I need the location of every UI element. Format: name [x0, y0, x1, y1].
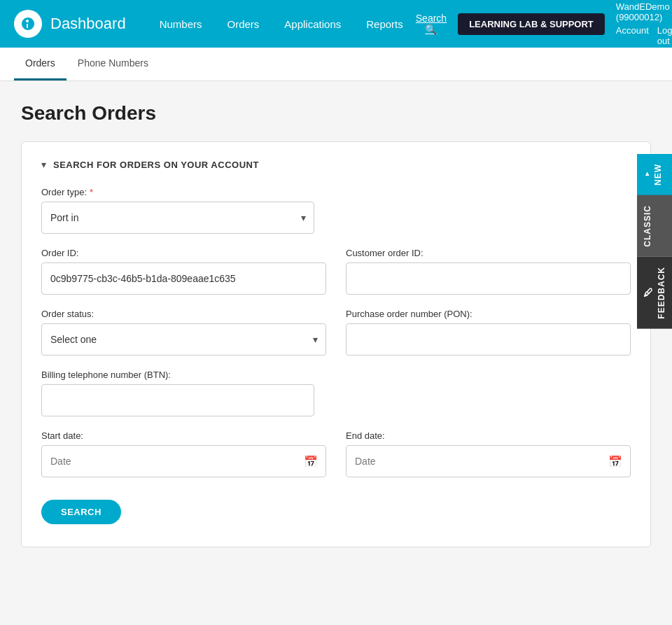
new-tab[interactable]: ▾ NEW — [637, 154, 672, 195]
pon-label: Purchase order number (PON): — [346, 309, 631, 319]
nav-links: Numbers Orders Applications Reports — [147, 0, 416, 48]
side-tabs: ▾ NEW CLASSIC 🖊 FEEDBACK — [637, 154, 672, 328]
customer-order-id-label: Customer order ID: — [346, 248, 631, 258]
logo-icon — [14, 10, 42, 38]
end-date-input[interactable] — [346, 445, 631, 477]
sub-nav: Orders Phone Numbers — [0, 48, 672, 81]
nav-right: Search 🔍 LEARNING LAB & SUPPORT WandEDem… — [416, 1, 672, 46]
collapse-icon[interactable]: ▾ — [41, 159, 46, 170]
nav-orders[interactable]: Orders — [215, 0, 272, 48]
order-status-label: Order status: — [41, 309, 326, 319]
chevron-down-icon: ▾ — [643, 171, 650, 179]
customer-order-id-input[interactable] — [346, 262, 631, 295]
nav-applications[interactable]: Applications — [272, 0, 354, 48]
search-submit-button[interactable]: SEARCH — [41, 500, 121, 524]
order-id-label: Order ID: — [41, 248, 326, 258]
subnav-orders[interactable]: Orders — [14, 48, 66, 80]
btn-label: Billing telephone number (BTN): — [41, 370, 631, 380]
page-title: Search Orders — [21, 102, 651, 125]
top-nav: Dashboard Numbers Orders Applications Re… — [0, 0, 672, 48]
logo-area: Dashboard — [14, 10, 126, 38]
classic-tab[interactable]: CLASSIC — [637, 195, 672, 257]
customer-order-id-field: Customer order ID: — [346, 248, 631, 295]
order-id-input[interactable] — [41, 262, 326, 295]
logout-link[interactable]: Log out — [657, 25, 672, 46]
feedback-tab[interactable]: 🖊 FEEDBACK — [637, 257, 672, 329]
order-type-select-wrapper: Port inNew numberDisconnectChange ▾ — [41, 202, 314, 234]
account-name: WandEDemo (99000012) — [616, 1, 670, 22]
card-header-title: SEARCH FOR ORDERS ON YOUR ACCOUNT — [53, 160, 259, 170]
order-status-row: Order status: Select oneReceivedProcessi… — [41, 309, 631, 356]
end-date-field: End date: 📅 — [346, 430, 631, 477]
search-card: ▾ SEARCH FOR ORDERS ON YOUR ACCOUNT Orde… — [21, 141, 651, 547]
order-type-select[interactable]: Port inNew numberDisconnectChange — [41, 202, 314, 234]
order-type-label: Order type: * — [41, 187, 631, 197]
btn-field: Billing telephone number (BTN): — [41, 370, 631, 416]
required-indicator: * — [90, 187, 93, 197]
account-selector[interactable]: WandEDemo (99000012) ▾ — [616, 1, 672, 22]
order-status-select-wrapper: Select oneReceivedProcessingCompleteFail… — [41, 323, 326, 356]
pon-input[interactable] — [346, 323, 631, 356]
order-status-field: Order status: Select oneReceivedProcessi… — [41, 309, 326, 356]
end-date-label: End date: — [346, 430, 631, 441]
start-date-field: Start date: 📅 — [41, 430, 326, 477]
subnav-phone-numbers[interactable]: Phone Numbers — [66, 48, 160, 80]
date-row: Start date: 📅 End date: 📅 — [41, 430, 631, 477]
btn-input[interactable] — [41, 384, 314, 416]
dashboard-title: Dashboard — [50, 15, 126, 33]
end-date-wrapper: 📅 — [346, 445, 631, 477]
start-date-input[interactable] — [41, 445, 326, 477]
support-button[interactable]: LEARNING LAB & SUPPORT — [458, 13, 605, 35]
start-date-label: Start date: — [41, 430, 326, 441]
pon-field: Purchase order number (PON): — [346, 309, 631, 356]
card-header: ▾ SEARCH FOR ORDERS ON YOUR ACCOUNT — [41, 159, 631, 170]
nav-numbers[interactable]: Numbers — [147, 0, 215, 48]
start-date-wrapper: 📅 — [41, 445, 326, 477]
nav-reports[interactable]: Reports — [354, 0, 416, 48]
account-link[interactable]: Account — [616, 25, 649, 46]
order-type-field: Order type: * Port inNew numberDisconnec… — [41, 187, 631, 234]
order-id-field: Order ID: — [41, 248, 326, 295]
order-status-select[interactable]: Select oneReceivedProcessingCompleteFail… — [41, 323, 326, 356]
order-id-row: Order ID: Customer order ID: — [41, 248, 631, 295]
feedback-icon: 🖊 — [643, 288, 654, 298]
search-button-top[interactable]: Search 🔍 — [416, 13, 447, 35]
page-content: Search Orders ▾ SEARCH FOR ORDERS ON YOU… — [0, 81, 672, 568]
